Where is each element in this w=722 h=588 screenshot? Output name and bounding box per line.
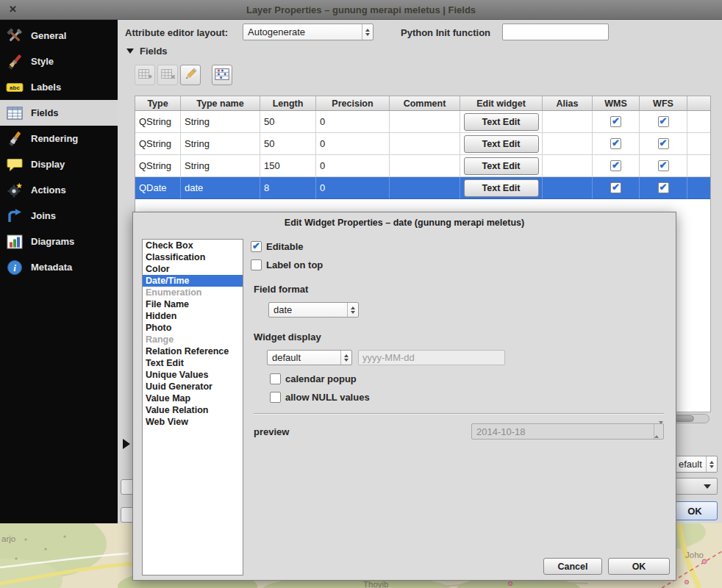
widget-type-item[interactable]: Check Box: [143, 240, 243, 251]
delete-column-icon: [160, 66, 176, 85]
widget-type-item[interactable]: Color: [143, 263, 243, 275]
wfs-checkbox[interactable]: [658, 160, 669, 171]
toggle-editing-button[interactable]: [180, 65, 201, 85]
column-header[interactable]: Edit widget: [460, 96, 543, 111]
partial-dropdown[interactable]: [673, 478, 718, 495]
sidebar-item-labels[interactable]: abc Labels: [0, 74, 118, 100]
attribute-editor-layout-combo[interactable]: Autogenerate: [243, 24, 373, 40]
table-row-selected[interactable]: QDate date 8 0 Text Edit: [135, 177, 710, 199]
column-header[interactable]: Type name: [181, 96, 260, 111]
field-calculator-icon: [214, 66, 230, 85]
wms-checkbox[interactable]: [610, 160, 621, 171]
widget-type-item[interactable]: Value Map: [143, 392, 243, 404]
sidebar-item-diagrams[interactable]: Diagrams: [0, 229, 118, 254]
widget-type-item[interactable]: Text Edit: [143, 357, 243, 369]
column-header[interactable]: Alias: [543, 96, 593, 111]
text-edit-widget-button[interactable]: Text Edit: [464, 157, 539, 175]
fields-group-title: Fields: [140, 46, 168, 57]
sidebar-item-fields[interactable]: Fields: [0, 100, 118, 126]
sidebar-item-general[interactable]: General: [0, 23, 118, 49]
widget-type-item[interactable]: File Name: [143, 298, 243, 310]
sidebar-item-joins[interactable]: Joins: [0, 203, 118, 229]
python-init-label: Python Init function: [401, 27, 490, 38]
cell-alias[interactable]: [543, 133, 593, 155]
column-header[interactable]: WMS: [593, 96, 640, 111]
sidebar-item-metadata[interactable]: i Metadata: [0, 254, 118, 280]
cell-comment[interactable]: [390, 133, 460, 155]
table-header-row: Type Type name Length Precision Comment …: [135, 96, 710, 111]
sidebar-item-label: Actions: [31, 184, 66, 196]
cell-length: 8: [260, 177, 316, 199]
map-label: Joho: [685, 551, 704, 559]
combo-value: Autogenerate: [243, 26, 362, 37]
widget-type-item[interactable]: Web View: [143, 416, 243, 428]
editable-label: Editable: [266, 241, 304, 252]
allow-null-checkbox-row: allow NULL values: [270, 392, 370, 403]
widget-type-item-disabled: Range: [143, 334, 243, 345]
allow-null-checkbox[interactable]: [270, 392, 281, 403]
column-header[interactable]: Type: [135, 96, 181, 111]
text-edit-widget-button[interactable]: Text Edit: [464, 113, 539, 131]
column-header[interactable]: Comment: [390, 96, 460, 111]
widget-type-item[interactable]: Uuid Generator: [143, 381, 243, 392]
sidebar-item-label: Style: [31, 56, 54, 67]
wfs-checkbox[interactable]: [658, 182, 669, 193]
sidebar-item-label: Joins: [31, 210, 56, 221]
label-on-top-checkbox[interactable]: [251, 259, 262, 270]
gear-icon: [6, 182, 24, 199]
sidebar-item-style[interactable]: Style: [0, 49, 118, 74]
python-init-input[interactable]: [502, 24, 609, 40]
widget-type-item[interactable]: Photo: [143, 322, 243, 334]
widget-type-list[interactable]: Check Box Classification Color Date/Time…: [142, 239, 243, 576]
cell-comment[interactable]: [390, 155, 460, 177]
sidebar-item-label: Display: [31, 159, 65, 170]
combo-arrows-icon: [340, 351, 351, 365]
text-edit-widget-button[interactable]: Text Edit: [464, 179, 539, 197]
column-header[interactable]: Precision: [316, 96, 390, 111]
wfs-checkbox[interactable]: [658, 138, 669, 149]
paintbrush-icon: [6, 53, 24, 71]
table-row[interactable]: QString String 150 0 Text Edit: [135, 155, 710, 177]
widget-type-item[interactable]: Relation Reference: [143, 345, 243, 357]
text-edit-widget-button[interactable]: Text Edit: [464, 135, 539, 153]
partial-default-combo[interactable]: efault: [673, 456, 718, 473]
sidebar-item-rendering[interactable]: Rendering: [0, 126, 118, 151]
sidebar-item-actions[interactable]: Actions: [0, 177, 118, 203]
widget-display-combo[interactable]: default: [267, 350, 352, 365]
widget-type-item[interactable]: Hidden: [143, 310, 243, 322]
sidebar-expand-arrow-icon[interactable]: [123, 439, 130, 449]
widget-type-item[interactable]: Value Relation: [143, 404, 243, 416]
widget-type-item-selected[interactable]: Date/Time: [143, 275, 243, 287]
table-row[interactable]: QString String 50 0 Text Edit: [135, 133, 710, 155]
wms-checkbox[interactable]: [610, 138, 621, 149]
combo-arrows-icon: [347, 303, 358, 317]
editable-checkbox[interactable]: [251, 241, 262, 252]
column-header[interactable]: WFS: [640, 96, 687, 111]
field-calculator-button[interactable]: [212, 65, 232, 85]
column-header[interactable]: Length: [260, 96, 316, 111]
cancel-button[interactable]: Cancel: [543, 558, 602, 575]
svg-text:i: i: [13, 262, 16, 273]
ok-button[interactable]: OK: [608, 558, 670, 575]
calendar-popup-checkbox[interactable]: [270, 373, 281, 384]
combo-value: efault: [674, 459, 706, 470]
cell-alias[interactable]: [543, 111, 593, 133]
cell-comment[interactable]: [390, 111, 460, 133]
cell-comment[interactable]: [390, 177, 460, 199]
cell-alias[interactable]: [543, 155, 593, 177]
cell-alias[interactable]: [543, 177, 593, 199]
widget-type-item[interactable]: Unique Values: [143, 369, 243, 381]
layer-properties-ok-button[interactable]: OK: [672, 501, 718, 520]
sidebar-item-label: Diagrams: [31, 236, 74, 247]
sidebar-item-label: Labels: [31, 82, 61, 93]
window-titlebar[interactable]: ✕ Layer Properties – gunung merapi melet…: [0, 0, 722, 20]
wfs-checkbox[interactable]: [658, 116, 669, 127]
sidebar-item-display[interactable]: Display: [0, 151, 118, 177]
fields-collapse-arrow-icon[interactable]: [126, 49, 134, 54]
table-icon: [6, 104, 24, 122]
wms-checkbox[interactable]: [610, 182, 621, 193]
table-row[interactable]: QString String 50 0 Text Edit: [135, 111, 710, 133]
wms-checkbox[interactable]: [610, 116, 621, 127]
field-format-combo[interactable]: date: [268, 302, 359, 318]
widget-type-item[interactable]: Classification: [143, 251, 243, 263]
